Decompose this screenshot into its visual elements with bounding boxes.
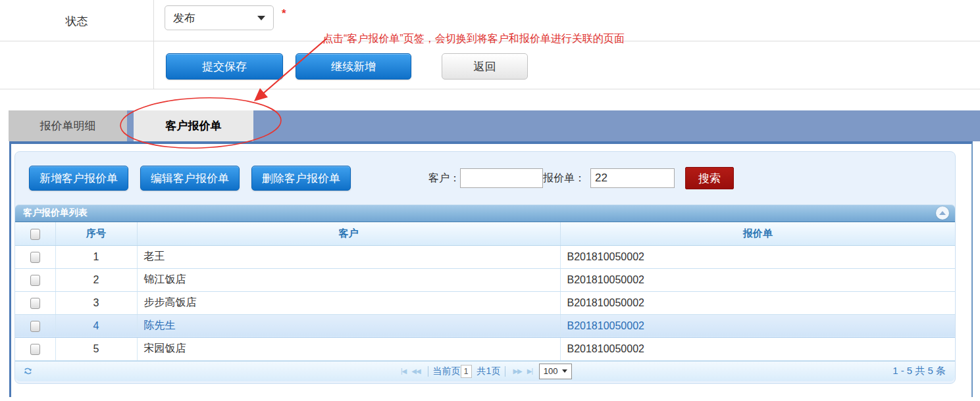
customer-filter-label: 客户： xyxy=(428,172,460,185)
pager-prev-icon[interactable]: ◀◀ xyxy=(411,367,420,375)
table-row[interactable]: 3 步步高饭店 B201810050002 xyxy=(15,291,955,314)
row-seq: 1 xyxy=(55,245,137,268)
column-header-quote: 报价单 xyxy=(560,222,955,245)
row-seq: 3 xyxy=(55,291,137,314)
divider xyxy=(153,0,154,89)
caret-down-icon xyxy=(257,16,265,20)
current-page-input[interactable] xyxy=(461,365,472,378)
status-select-value: 发布 xyxy=(173,11,195,26)
required-asterisk-icon: * xyxy=(282,7,286,20)
row-checkbox[interactable] xyxy=(30,275,40,286)
tab-customer-quote[interactable]: 客户报价单 xyxy=(134,110,253,141)
collapse-panel-button[interactable] xyxy=(936,206,949,220)
row-seq: 5 xyxy=(55,337,137,360)
tab-quote-detail[interactable]: 报价单明细 xyxy=(9,110,127,141)
table-row[interactable]: 2 锦江饭店 B201810050002 xyxy=(15,268,955,291)
quote-filter-label: 报价单： xyxy=(543,172,585,185)
toolbar: 新增客户报价单 编辑客户报价单 删除客户报价单 客户： 报价单： 搜索 xyxy=(15,152,955,204)
annotation-arrowhead-icon xyxy=(254,88,268,101)
row-quote: B201810050002 xyxy=(560,314,955,337)
status-label: 状态 xyxy=(0,14,153,29)
row-customer: 锦江饭店 xyxy=(137,268,560,291)
row-customer: 宋园饭店 xyxy=(137,337,560,360)
customer-quote-table: 序号 客户 报价单 1 老王 B201810050002 2 锦江饭店 B201… xyxy=(15,222,955,361)
divider xyxy=(428,366,428,377)
row-seq: 4 xyxy=(55,314,137,337)
pager-controls: |◀ ◀◀ 当前页 共1页 ▶▶ ▶| 100 xyxy=(15,364,955,379)
record-range-text: 1 - 5 共 5 条 xyxy=(892,365,946,377)
pager-last-icon[interactable]: ▶| xyxy=(527,367,532,375)
continue-add-button[interactable]: 继续新增 xyxy=(296,53,411,80)
table-row[interactable]: 5 宋园饭店 B201810050002 xyxy=(15,337,955,360)
status-select[interactable]: 发布 xyxy=(165,5,274,30)
caret-down-icon xyxy=(562,369,567,373)
customer-filter-input[interactable] xyxy=(460,168,543,188)
row-checkbox[interactable] xyxy=(30,252,40,263)
row-checkbox[interactable] xyxy=(30,321,40,332)
tab-bar: 报价单明细 客户报价单 xyxy=(9,110,980,141)
total-pages-label: 共1页 xyxy=(477,366,501,377)
row-customer: 老王 xyxy=(137,245,560,268)
grid-title-bar: 客户报价单列表 xyxy=(15,204,955,222)
divider xyxy=(505,366,505,377)
row-customer: 步步高饭店 xyxy=(137,291,560,314)
column-header-customer: 客户 xyxy=(137,222,560,245)
select-all-checkbox[interactable] xyxy=(30,229,40,240)
pager-next-icon[interactable]: ▶▶ xyxy=(513,367,521,375)
search-button[interactable]: 搜索 xyxy=(685,167,734,189)
submit-save-button[interactable]: 提交保存 xyxy=(166,53,283,80)
annotation-note: 点击“客户报价单”页签，会切换到将客户和报价单进行关联的页面 xyxy=(322,32,625,46)
customer-quote-section: 新增客户报价单 编辑客户报价单 删除客户报价单 客户： 报价单： 搜索 客户报价… xyxy=(14,151,956,384)
quote-filter-input[interactable] xyxy=(590,168,675,188)
row-checkbox[interactable] xyxy=(30,344,40,355)
delete-customer-quote-button[interactable]: 删除客户报价单 xyxy=(251,166,351,191)
column-header-seq: 序号 xyxy=(55,222,137,245)
table-row[interactable]: 1 老王 B201810050002 xyxy=(15,245,955,268)
grid-title: 客户报价单列表 xyxy=(23,207,88,219)
row-seq: 2 xyxy=(55,268,137,291)
table-header-row: 序号 客户 报价单 xyxy=(15,222,955,245)
table-row-selected[interactable]: 4 陈先生 B201810050002 xyxy=(15,314,955,337)
current-page-label: 当前页 xyxy=(433,366,461,377)
add-customer-quote-button[interactable]: 新增客户报价单 xyxy=(29,166,128,191)
row-quote: B201810050002 xyxy=(560,245,955,268)
page-size-value: 100 xyxy=(544,366,558,376)
pagination-bar: |◀ ◀◀ 当前页 共1页 ▶▶ ▶| 100 1 - 5 共 5 条 xyxy=(15,361,955,381)
divider xyxy=(0,89,980,89)
row-checkbox[interactable] xyxy=(30,298,40,309)
row-quote: B201810050002 xyxy=(560,337,955,360)
row-quote: B201810050002 xyxy=(560,268,955,291)
chevron-up-icon xyxy=(939,211,946,215)
page-size-select[interactable]: 100 xyxy=(539,364,572,379)
row-quote: B201810050002 xyxy=(560,291,955,314)
back-button[interactable]: 返回 xyxy=(442,53,528,80)
edit-customer-quote-button[interactable]: 编辑客户报价单 xyxy=(140,166,240,191)
pager-first-icon[interactable]: |◀ xyxy=(401,367,406,375)
tab-content-panel: 新增客户报价单 编辑客户报价单 删除客户报价单 客户： 报价单： 搜索 客户报价… xyxy=(9,141,973,397)
row-customer: 陈先生 xyxy=(137,314,560,337)
